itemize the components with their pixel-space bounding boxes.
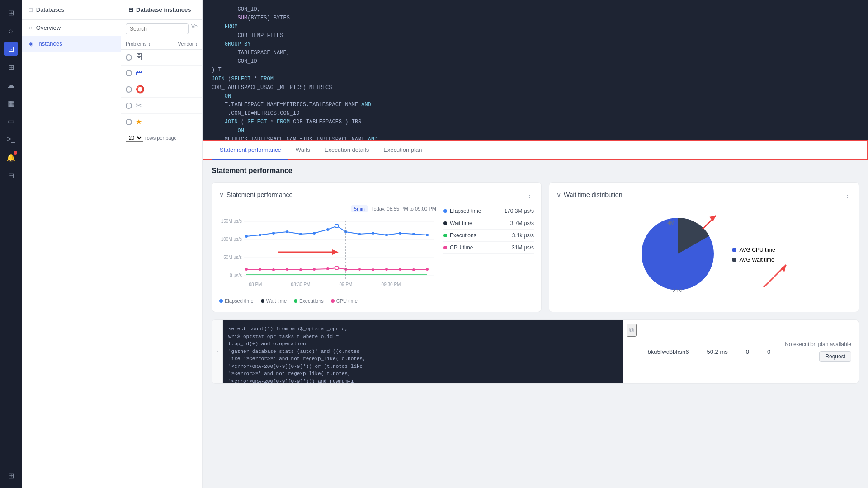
legend-item-executions: Executions	[294, 298, 324, 304]
svg-point-14	[272, 232, 275, 235]
menu-icon[interactable]: ⋮	[526, 190, 534, 200]
grid-icon[interactable]: ⊞	[4, 60, 18, 74]
sql-line: ) T	[212, 66, 859, 75]
legend-dot-elapsed	[219, 299, 223, 303]
tab-waits[interactable]: Waits	[288, 141, 317, 160]
legend-item-wait: Wait time	[261, 298, 287, 304]
instances-search-bar: Ve	[121, 20, 202, 38]
stat-executions: Executions 3.1k μs/s	[443, 230, 534, 242]
sql-line: METRICS.TABLESPACE_NAME=TBS.TABLESPACE_N…	[212, 136, 859, 140]
legend-item-elapsed: Elapsed time	[219, 298, 254, 304]
svg-point-31	[299, 268, 302, 271]
nav-item-instances[interactable]: ◈ Instances	[22, 36, 121, 52]
alert-icon[interactable]: 🔔	[4, 150, 18, 164]
home-icon[interactable]: ⊞	[4, 5, 18, 20]
layers-icon[interactable]: ⊟	[4, 168, 18, 183]
svg-point-41	[426, 268, 429, 271]
card-title: ∨ Wait time distribution	[557, 191, 622, 198]
nav-header: □ Databases	[22, 0, 121, 20]
search-icon[interactable]: ⌕	[4, 23, 18, 38]
statement-performance-card: ∨ Statement performance ⋮ 5min Today, 08…	[212, 182, 542, 312]
legend-dot-wait-time	[732, 258, 736, 262]
cloud-icon[interactable]: ☁	[4, 78, 18, 92]
status-dot	[126, 86, 132, 93]
main-content: CON_ID, SUM(BYTES) BYTES FROM CDB_TEMP_F…	[203, 0, 868, 488]
nav-item-overview[interactable]: ○ Overview	[22, 20, 121, 36]
copy-icon[interactable]: ⊞	[4, 468, 18, 483]
stat-dot-executions	[443, 234, 447, 237]
svg-point-12	[245, 235, 248, 238]
list-item[interactable]: 🗃	[121, 66, 202, 81]
no-plan-text: No execution plan available	[785, 341, 851, 347]
list-item[interactable]: ✂	[121, 98, 202, 114]
svg-marker-44	[332, 249, 339, 255]
copy-button[interactable]: ⧉	[627, 324, 637, 337]
copy-btn-wrapper: ⧉	[623, 320, 640, 383]
tab-execution-plan[interactable]: Execution plan	[376, 141, 429, 160]
stat-wait: Wait time 3.7M μs/s	[443, 217, 534, 230]
stat-dot-cpu	[443, 246, 447, 249]
status-dot	[126, 54, 132, 61]
status-dot	[126, 119, 132, 125]
svg-point-18	[326, 228, 329, 231]
stats-panel: Elapsed time 170.3M μs/s Wait time 3.7M …	[443, 205, 534, 304]
monitor-icon[interactable]: ▭	[4, 114, 18, 128]
expand-icon[interactable]: ›	[212, 320, 223, 383]
table-icon[interactable]: ▦	[4, 96, 18, 110]
divider	[732, 247, 732, 263]
legend-row: Elapsed time Wait time Executions	[219, 298, 436, 304]
database-icon: □	[29, 6, 33, 13]
tabs-bar: Statement performance Waits Execution de…	[203, 140, 868, 160]
sql-code-area: CON_ID, SUM(BYTES) BYTES FROM CDB_TEMP_F…	[203, 0, 868, 140]
svg-point-19	[335, 224, 339, 228]
svg-text:4M: 4M	[668, 220, 675, 225]
instances-panel: ⊟ Database instances Ve Problems ↕ Vendo…	[121, 0, 203, 488]
db-icon: 🗄	[136, 53, 143, 61]
sql-line: CON_ID	[212, 57, 859, 66]
card-header: ∨ Wait time distribution ⋮	[557, 190, 851, 200]
svg-point-13	[259, 234, 261, 236]
svg-point-33	[326, 267, 329, 270]
db-icon: ✂	[136, 101, 142, 110]
db-icon: 🗃	[136, 69, 143, 77]
charts-row: ∨ Statement performance ⋮ 5min Today, 08…	[212, 182, 859, 312]
tab-statement-performance[interactable]: Statement performance	[212, 141, 288, 160]
svg-text:09:30 PM: 09:30 PM	[382, 282, 401, 287]
collapse-icon[interactable]: ∨	[219, 191, 224, 198]
chart-with-stats: 5min Today, 08:55 PM to 09:00 PM 150M μs…	[219, 205, 534, 304]
tab-execution-details[interactable]: Execution details	[317, 141, 376, 160]
legend-dot-cpu	[331, 299, 335, 303]
list-item[interactable]: ⭕	[121, 81, 202, 98]
apps-icon[interactable]: ⊡	[4, 42, 18, 56]
request-button[interactable]: Request	[819, 351, 851, 362]
collapse-icon[interactable]: ∨	[557, 191, 561, 198]
legend-dot-executions	[294, 299, 297, 303]
query-card-inner: › select count(*) from wri$_optstat_opr …	[212, 320, 859, 383]
sql-line: GROUP BY	[212, 40, 859, 49]
terminal-icon[interactable]: >_	[4, 132, 18, 146]
list-item[interactable]: ★	[121, 114, 202, 130]
legend-dot-wait	[261, 299, 264, 303]
time-range-btn[interactable]: 5min	[351, 205, 368, 212]
line-chart-svg: 150M μs/s 100M μs/s 50M μs/s 0 μs/s 08 P…	[219, 216, 436, 293]
nav-title: Databases	[36, 6, 64, 13]
svg-text:50M μs/s: 50M μs/s	[223, 255, 242, 260]
svg-marker-52	[781, 265, 786, 272]
menu-icon[interactable]: ⋮	[843, 190, 851, 200]
svg-point-36	[358, 268, 361, 271]
rows-per-page-select[interactable]: 20 50	[126, 134, 143, 142]
query-hash: bku5fwd8bhsn6	[647, 348, 689, 355]
wait-time-card: ∨ Wait time distribution ⋮	[549, 182, 859, 312]
svg-point-21	[358, 233, 361, 235]
status-dot	[126, 70, 132, 76]
list-item[interactable]: 🗄	[121, 50, 202, 66]
search-input[interactable]	[126, 23, 189, 34]
sql-line: CDB_TEMP_FILES	[212, 32, 859, 40]
sql-line: SUM(BYTES) BYTES	[212, 14, 859, 23]
sql-line: JOIN (SELECT * FROM	[212, 75, 859, 84]
legend-item-cpu: CPU time	[331, 298, 358, 304]
sql-line: TABLESPACE_NAME,	[212, 49, 859, 57]
chart-main: 5min Today, 08:55 PM to 09:00 PM 150M μs…	[219, 205, 436, 304]
status-dot	[126, 103, 132, 109]
pie-wrapper: 31M 4M	[632, 209, 723, 301]
